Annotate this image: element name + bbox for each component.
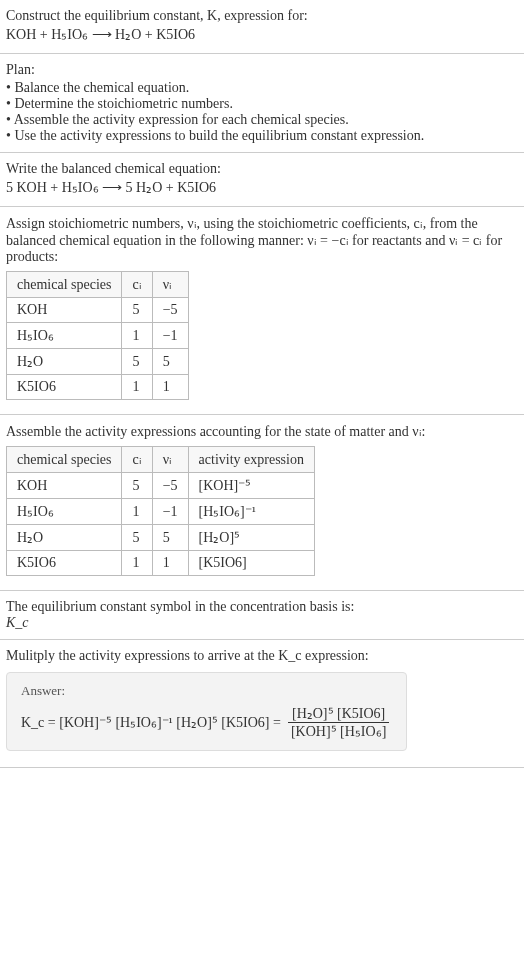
table-header-row: chemical species cᵢ νᵢ [7, 272, 189, 298]
cell-ci: 1 [122, 323, 152, 349]
cell-ci: 1 [122, 375, 152, 400]
cell-vi: −1 [152, 499, 188, 525]
cell-vi: 5 [152, 349, 188, 375]
cell-ci: 5 [122, 525, 152, 551]
cell-ci: 1 [122, 551, 152, 576]
balanced-section: Write the balanced chemical equation: 5 … [0, 153, 524, 207]
activity-intro: Assemble the activity expressions accoun… [6, 423, 518, 440]
kc-denominator: [KOH]⁵ [H₅IO₆] [287, 723, 390, 740]
cell-vi: 1 [152, 551, 188, 576]
table-row: KOH 5 −5 [KOH]⁻⁵ [7, 473, 315, 499]
col-ci: cᵢ [122, 447, 152, 473]
activity-table: chemical species cᵢ νᵢ activity expressi… [6, 446, 315, 576]
table-row: KOH 5 −5 [7, 298, 189, 323]
symbol-section: The equilibrium constant symbol in the c… [0, 591, 524, 640]
plan-title: Plan: [6, 62, 518, 78]
col-activity: activity expression [188, 447, 314, 473]
table-row: H₂O 5 5 [7, 349, 189, 375]
cell-ci: 5 [122, 349, 152, 375]
prompt-section: Construct the equilibrium constant, K, e… [0, 0, 524, 54]
activity-section: Assemble the activity expressions accoun… [0, 415, 524, 591]
kc-lhs: K_c = [KOH]⁻⁵ [H₅IO₆]⁻¹ [H₂O]⁵ [K5IO6] = [21, 714, 281, 731]
table-row: K5IO6 1 1 [K5IO6] [7, 551, 315, 576]
cell-species: KOH [7, 298, 122, 323]
plan-item: Determine the stoichiometric numbers. [6, 96, 518, 112]
prompt-equation: KOH + H₅IO₆ ⟶ H₂O + K5IO6 [6, 26, 518, 43]
answer-section: Mulitply the activity expressions to arr… [0, 640, 524, 768]
cell-vi: −1 [152, 323, 188, 349]
cell-ci: 5 [122, 298, 152, 323]
cell-activity: [KOH]⁻⁵ [188, 473, 314, 499]
cell-vi: 5 [152, 525, 188, 551]
answer-box: Answer: K_c = [KOH]⁻⁵ [H₅IO₆]⁻¹ [H₂O]⁵ [… [6, 672, 407, 751]
table-row: H₅IO₆ 1 −1 [7, 323, 189, 349]
plan-item: Use the activity expressions to build th… [6, 128, 518, 144]
table-row: K5IO6 1 1 [7, 375, 189, 400]
col-vi: νᵢ [152, 447, 188, 473]
kc-expression: K_c = [KOH]⁻⁵ [H₅IO₆]⁻¹ [H₂O]⁵ [K5IO6] =… [21, 705, 392, 740]
balanced-equation: 5 KOH + H₅IO₆ ⟶ 5 H₂O + K5IO6 [6, 179, 518, 196]
cell-species: K5IO6 [7, 551, 122, 576]
cell-ci: 5 [122, 473, 152, 499]
cell-vi: −5 [152, 473, 188, 499]
col-ci: cᵢ [122, 272, 152, 298]
kc-symbol: K_c [6, 615, 29, 630]
plan-section: Plan: Balance the chemical equation. Det… [0, 54, 524, 153]
cell-vi: −5 [152, 298, 188, 323]
stoich-intro: Assign stoichiometric numbers, νᵢ, using… [6, 215, 518, 265]
cell-species: H₅IO₆ [7, 499, 122, 525]
stoich-section: Assign stoichiometric numbers, νᵢ, using… [0, 207, 524, 415]
cell-species: H₅IO₆ [7, 323, 122, 349]
kc-fraction: [H₂O]⁵ [K5IO6] [KOH]⁵ [H₅IO₆] [287, 705, 390, 740]
table-row: H₂O 5 5 [H₂O]⁵ [7, 525, 315, 551]
plan-list: Balance the chemical equation. Determine… [6, 80, 518, 144]
cell-activity: [H₅IO₆]⁻¹ [188, 499, 314, 525]
plan-item: Assemble the activity expression for eac… [6, 112, 518, 128]
col-vi: νᵢ [152, 272, 188, 298]
plan-item: Balance the chemical equation. [6, 80, 518, 96]
answer-label: Answer: [21, 683, 392, 699]
cell-ci: 1 [122, 499, 152, 525]
cell-species: H₂O [7, 525, 122, 551]
cell-species: H₂O [7, 349, 122, 375]
table-row: H₅IO₆ 1 −1 [H₅IO₆]⁻¹ [7, 499, 315, 525]
cell-activity: [H₂O]⁵ [188, 525, 314, 551]
cell-activity: [K5IO6] [188, 551, 314, 576]
balanced-title: Write the balanced chemical equation: [6, 161, 518, 177]
cell-species: KOH [7, 473, 122, 499]
symbol-line1: The equilibrium constant symbol in the c… [6, 599, 518, 615]
col-species: chemical species [7, 272, 122, 298]
prompt-title: Construct the equilibrium constant, K, e… [6, 8, 518, 24]
kc-numerator: [H₂O]⁵ [K5IO6] [288, 705, 389, 723]
symbol-line2: K_c [6, 615, 518, 631]
table-header-row: chemical species cᵢ νᵢ activity expressi… [7, 447, 315, 473]
cell-species: K5IO6 [7, 375, 122, 400]
multiply-title: Mulitply the activity expressions to arr… [6, 648, 518, 664]
col-species: chemical species [7, 447, 122, 473]
cell-vi: 1 [152, 375, 188, 400]
stoich-table: chemical species cᵢ νᵢ KOH 5 −5 H₅IO₆ 1 … [6, 271, 189, 400]
